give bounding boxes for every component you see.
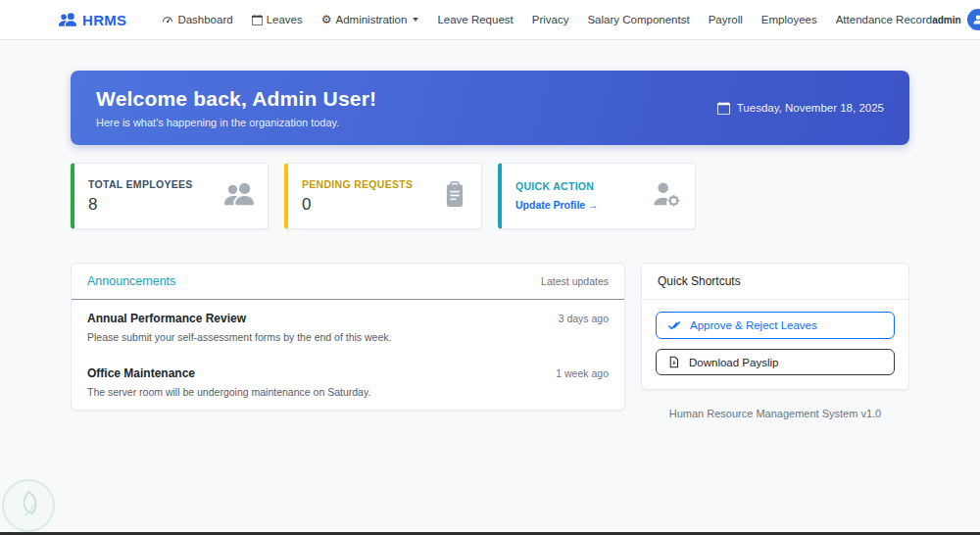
stat-card-total-employees: TOTAL EMPLOYEES 8 — [71, 163, 269, 229]
people-icon — [224, 179, 254, 213]
user-menu[interactable]: admin — [932, 9, 980, 30]
nav-label: Privacy — [532, 14, 569, 25]
hrms-logo-icon — [59, 11, 76, 28]
right-column: Quick Shortcuts Approve & Reject Leaves … — [641, 263, 909, 419]
stat-value: 0 — [302, 195, 413, 215]
stat-card-pending-requests: PENDING REQUESTS 0 — [284, 163, 482, 229]
nav-item-administration[interactable]: ⚙ Administration — [321, 14, 419, 25]
announcements-subtitle: Latest updates — [541, 275, 609, 287]
dashboard-lower-row: Announcements Latest updates Annual Perf… — [71, 263, 909, 419]
main-nav: Dashboard Leaves ⚙ Administration Leave … — [162, 14, 932, 25]
stat-text: QUICK ACTION Update Profile → — [515, 180, 599, 213]
person-icon — [972, 14, 980, 25]
stat-value: 8 — [88, 195, 193, 215]
payslip-download-icon — [667, 356, 680, 368]
announcement-body: The server room will be undergoing maint… — [87, 386, 609, 402]
brand-label: HRMS — [82, 12, 126, 28]
announcements-title: Announcements — [87, 274, 175, 288]
shortcuts-body: Approve & Reject Leaves Download Payslip — [642, 300, 908, 389]
announcement-item: Office Maintenance 1 week ago The server… — [72, 355, 624, 410]
button-label: Download Payslip — [689, 357, 778, 368]
stat-title: TOTAL EMPLOYEES — [88, 178, 193, 190]
announcement-item: Annual Performance Review 3 days ago Ple… — [72, 300, 624, 355]
nav-item-salary-componentst[interactable]: Salary Componentst — [587, 14, 689, 25]
banner-date-label: Tuesday, November 18, 2025 — [737, 102, 884, 114]
announcement-time: 3 days ago — [559, 313, 609, 324]
brand[interactable]: HRMS — [59, 11, 126, 28]
stat-card-quick-action: QUICK ACTION Update Profile → — [498, 163, 696, 229]
banner-subtitle: Here is what's happening in the organiza… — [96, 117, 376, 128]
stat-title: QUICK ACTION — [515, 180, 599, 192]
nav-label: Employees — [761, 14, 817, 25]
nav-label: Administration — [336, 14, 408, 25]
banner-date: Tuesday, November 18, 2025 — [717, 102, 884, 115]
chevron-down-icon — [413, 18, 418, 22]
announcement-item-head: Annual Performance Review 3 days ago — [87, 312, 609, 325]
avatar[interactable] — [967, 9, 980, 30]
user-name: admin — [932, 15, 960, 25]
nav-item-leaves[interactable]: Leaves — [252, 14, 303, 25]
dashboard-icon — [162, 14, 173, 25]
person-gear-icon — [652, 179, 681, 213]
announcements-card: Announcements Latest updates Annual Perf… — [71, 263, 625, 411]
approve-check-icon — [667, 318, 681, 332]
calendar-icon — [252, 15, 263, 25]
nav-item-payroll[interactable]: Payroll — [709, 14, 743, 25]
footer-version: Human Resource Management System v1.0 — [641, 408, 909, 419]
top-navbar: HRMS Dashboard Leaves ⚙ Administration L… — [0, 0, 980, 40]
calendar-icon — [717, 102, 730, 115]
nav-item-dashboard[interactable]: Dashboard — [162, 14, 232, 25]
stat-title: PENDING REQUESTS — [302, 178, 413, 190]
quick-shortcuts-card: Quick Shortcuts Approve & Reject Leaves … — [641, 263, 909, 390]
announcement-title: Office Maintenance — [87, 366, 195, 380]
button-label: Approve & Reject Leaves — [690, 319, 817, 331]
nav-label: Dashboard — [177, 14, 232, 25]
banner-title: Welcome back, Admin User! — [96, 87, 376, 111]
nav-label: Leave Request — [437, 14, 513, 25]
download-payslip-button[interactable]: Download Payslip — [656, 349, 895, 375]
nav-label: Leaves — [267, 14, 303, 25]
stat-cards-row: TOTAL EMPLOYEES 8 PENDING REQUESTS 0 QUI… — [71, 163, 909, 229]
shortcuts-header: Quick Shortcuts — [642, 264, 908, 300]
banner-text: Welcome back, Admin User! Here is what's… — [96, 87, 376, 128]
nav-label: Attendance Record — [836, 14, 932, 25]
nav-item-leave-request[interactable]: Leave Request — [437, 14, 513, 25]
approve-reject-leaves-button[interactable]: Approve & Reject Leaves — [656, 312, 895, 339]
stat-text: TOTAL EMPLOYEES 8 — [88, 178, 193, 215]
nav-item-attendance-record[interactable]: Attendance Record — [836, 14, 932, 25]
stat-text: PENDING REQUESTS 0 — [302, 178, 413, 215]
update-profile-link[interactable]: Update Profile → — [515, 199, 599, 211]
announcement-body: Please submit your self-assessment forms… — [87, 331, 609, 347]
announcement-item-head: Office Maintenance 1 week ago — [87, 366, 609, 380]
nav-label: Payroll — [709, 14, 743, 25]
nav-item-privacy[interactable]: Privacy — [532, 14, 569, 25]
main-content: Welcome back, Admin User! Here is what's… — [0, 71, 980, 419]
gear-icon: ⚙ — [321, 14, 332, 25]
clipboard-icon — [442, 181, 467, 211]
announcement-time: 1 week ago — [556, 367, 609, 379]
watermark-logo-icon — [1, 478, 56, 533]
nav-item-employees[interactable]: Employees — [761, 14, 817, 25]
shortcuts-title: Quick Shortcuts — [658, 274, 741, 288]
announcement-title: Annual Performance Review — [87, 312, 246, 325]
nav-label: Salary Componentst — [587, 14, 689, 25]
announcements-header: Announcements Latest updates — [72, 264, 624, 300]
welcome-banner: Welcome back, Admin User! Here is what's… — [71, 71, 909, 145]
